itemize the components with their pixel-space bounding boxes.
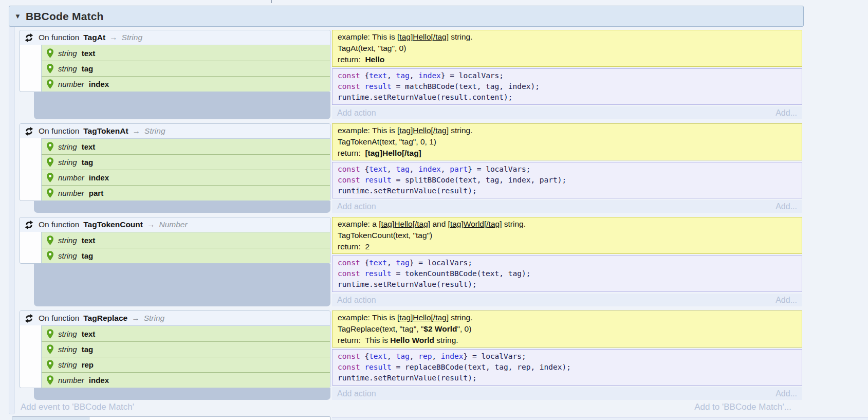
add-action-link[interactable]: Add action (337, 202, 376, 211)
code-line: runtime.setReturnValue(result); (338, 373, 797, 384)
comment-line: TagTokenCount(text, "tag") (338, 230, 797, 241)
function-param[interactable]: stringtag (42, 154, 330, 170)
param-pin (47, 235, 53, 245)
add-action-link[interactable]: Add action (337, 389, 376, 398)
text-token: return: 2 (338, 242, 370, 251)
add-to-group-link[interactable]: Add to 'BBCode Match'... (694, 402, 791, 412)
text-token: , (432, 352, 440, 360)
param-pin (47, 360, 53, 370)
text-token: text (369, 352, 387, 360)
collapse-triangle-icon[interactable]: ▼ (14, 13, 21, 20)
condition-prefix: On function (39, 126, 79, 136)
param-list: stringtext stringtag stringrep numberind… (41, 325, 330, 388)
function-param[interactable]: stringtext (42, 232, 330, 248)
function-param[interactable]: stringtag (42, 61, 330, 76)
comment-block[interactable]: example: This is [tag]Hello[/tag] string… (332, 123, 802, 160)
code-line: const {text, tag, index, part} = localVa… (338, 164, 797, 175)
event-margin-filler (34, 92, 330, 119)
text-token: result (364, 176, 391, 184)
text-token: Hello (413, 32, 431, 41)
event-condition[interactable]: On functionTagTokenAt→String (20, 124, 330, 138)
text-token: index (418, 71, 441, 80)
text-token: /tag (486, 220, 500, 228)
event-condition[interactable]: On functionTagAt→String (20, 30, 330, 45)
code-line: runtime.setReturnValue(result); (338, 186, 797, 196)
text-token: tag (450, 220, 461, 228)
text-token: index (441, 352, 464, 360)
function-param[interactable]: numberindex (42, 170, 330, 185)
return-arrow: → (133, 126, 141, 136)
text-token: example: This is [ (338, 313, 399, 322)
script-action[interactable]: const {text, tag, index, part} = localVa… (332, 162, 802, 198)
text-token: rep (418, 352, 432, 360)
function-param[interactable]: stringrep (42, 357, 330, 372)
event-condition[interactable]: On functionTagTokenCount→Number (20, 217, 330, 232)
text-token: example: This is [ (338, 126, 399, 135)
function-param[interactable]: stringtext (42, 45, 330, 61)
param-type: string (58, 251, 77, 260)
param-pin-icon (47, 79, 53, 89)
text-token: , (410, 71, 418, 80)
add-link[interactable]: Add... (775, 108, 797, 118)
text-token: , (387, 259, 396, 267)
comment-block[interactable]: example: This is [tag]Hello[/tag] string… (332, 311, 802, 348)
text-token: } = localVars; (468, 165, 530, 173)
param-list: stringtext stringtag (41, 232, 330, 263)
group-header[interactable]: ▼ BBCode Match (9, 6, 804, 27)
comment-block[interactable]: example: a [tag]Hello[/tag] and [tag]Wor… (332, 217, 802, 254)
text-token: { (364, 352, 369, 360)
function-name: TagTokenCount (83, 220, 143, 229)
function-param[interactable]: stringtext (42, 326, 330, 341)
add-link[interactable]: Add... (775, 296, 797, 305)
add-action-link[interactable]: Add action (337, 296, 376, 305)
event-box: On functionTagTokenAt→String stringtext … (20, 123, 330, 201)
param-pin-icon (47, 235, 53, 245)
return-arrow: → (109, 33, 118, 42)
conditions-column: On functionTagTokenCount→Number stringte… (20, 217, 330, 306)
param-pin (47, 173, 53, 182)
param-pin-icon (47, 360, 53, 370)
text-token: const (338, 165, 364, 173)
text-token: text (369, 165, 387, 173)
param-pin (47, 329, 53, 339)
text-token: const (338, 82, 364, 90)
event-block: On functionTagReplace→String stringtext … (20, 311, 802, 400)
condition-prefix: On function (39, 314, 79, 323)
event-block: On functionTagTokenCount→Number stringte… (20, 217, 802, 306)
text-token: TagReplace(text, "tag", " (338, 324, 423, 333)
add-action-link[interactable]: Add action (337, 108, 376, 118)
code-line: const result = splitBBCode(text, tag, in… (338, 175, 797, 186)
comment-block[interactable]: example: This is [tag]Hello[/tag] string… (332, 30, 802, 67)
text-token: { (364, 165, 369, 173)
script-action[interactable]: const {text, tag, index} = localVars;con… (332, 68, 802, 105)
add-link[interactable]: Add... (775, 389, 797, 398)
script-action[interactable]: const {text, tag, rep, index} = localVar… (332, 349, 802, 386)
param-type: string (58, 142, 77, 151)
text-token: ] string. (447, 32, 473, 41)
text-token: Hello (365, 55, 384, 64)
text-token: , (387, 71, 396, 80)
function-param[interactable]: numberindex (42, 372, 330, 388)
function-param[interactable]: stringtag (42, 248, 330, 263)
add-event-link[interactable]: Add event to 'BBCode Match' (21, 402, 134, 412)
text-token: , (387, 165, 396, 173)
param-pin-icon (47, 375, 53, 385)
text-token: ] string. (500, 220, 526, 228)
add-link[interactable]: Add... (775, 202, 797, 211)
function-param[interactable]: stringtext (42, 139, 330, 154)
function-param[interactable]: stringtag (42, 341, 330, 357)
text-token: index (418, 165, 441, 173)
param-name: tag (82, 345, 94, 354)
text-token: TagTokenCount(text, "tag") (338, 231, 432, 240)
script-action[interactable]: const {text, tag} = localVars;const resu… (332, 255, 802, 292)
text-token: const (338, 176, 364, 184)
comment-line: example: This is [tag]Hello[/tag] string… (338, 312, 797, 323)
function-param[interactable]: numberindex (42, 76, 330, 92)
text-token: const (338, 259, 364, 267)
return-arrow: → (147, 220, 155, 229)
function-param[interactable]: numberpart (42, 185, 330, 200)
text-token: example: This is [ (338, 32, 399, 41)
event-condition[interactable]: On functionTagReplace→String (20, 311, 330, 325)
event-block: On functionTagAt→String stringtext strin… (20, 30, 802, 119)
divider-tick (271, 0, 272, 3)
